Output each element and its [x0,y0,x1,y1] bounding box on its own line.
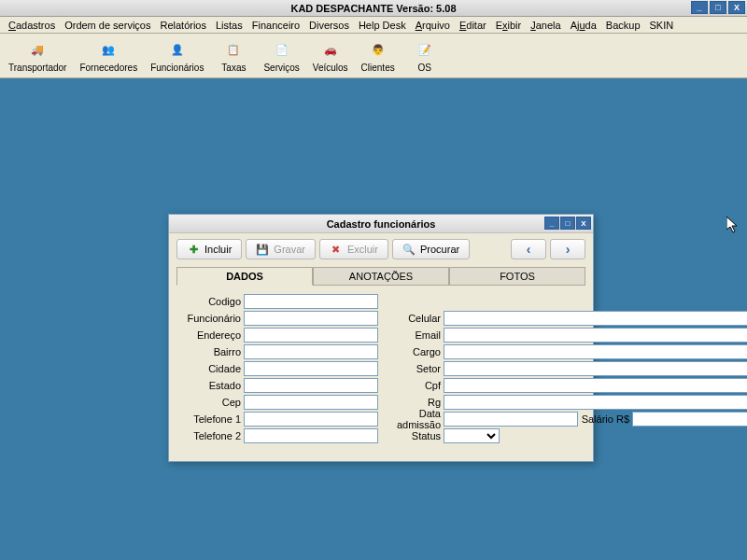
menu-cadastros[interactable]: Cadastros [4,20,60,31]
mdi-desktop: Cadastro funcionários _ □ X ✚Incluir 💾Gr… [0,78,747,560]
os-icon: 📝 [414,38,436,61]
toolbar-funcionarios[interactable]: 👤Funcionários [144,35,210,77]
taxes-icon: 📋 [222,38,245,61]
cidade-field[interactable] [244,361,378,376]
tab-fotos[interactable]: FOTOS [449,267,585,285]
main-toolbar: 🚚Transportador 👥Fornecedores 👤Funcionári… [0,34,747,78]
child-window-controls: _ □ X [544,217,591,230]
label-celular: Celular [378,313,444,324]
label-bairro: Bairro [186,346,244,357]
label-endereco: Endereço [186,329,244,341]
plus-icon: ✚ [187,243,200,256]
next-button[interactable]: › [550,239,585,259]
label-salario: Salário R$ [578,413,632,425]
excluir-button[interactable]: ✖Excluir [319,239,388,259]
menu-exibir[interactable]: Exibir [491,20,527,31]
employees-icon: 👤 [166,38,189,61]
telefone1-field[interactable] [244,412,378,427]
label-setor: Setor [378,363,444,374]
child-titlebar[interactable]: Cadastro funcionários _ □ X [169,215,593,233]
chevron-left-icon: ‹ [527,242,531,257]
child-close-button[interactable]: X [576,217,591,230]
toolbar-veiculos[interactable]: 🚗Veículos [306,35,355,77]
estado-field[interactable] [244,378,378,393]
menu-janela[interactable]: Janela [526,20,565,31]
incluir-button[interactable]: ✚Incluir [176,239,242,259]
minimize-button[interactable]: _ [691,1,708,14]
tab-anotacoes[interactable]: ANOTAÇÕES [313,267,449,285]
setor-field[interactable] [444,361,747,376]
toolbar-clientes[interactable]: 👨Clientes [355,35,402,77]
menu-helpdesk[interactable]: Help Desk [354,20,411,31]
endereco-field[interactable] [244,328,378,343]
vehicles-icon: 🚗 [319,38,342,61]
suppliers-icon: 👥 [97,38,120,61]
dataadmissao-field[interactable] [444,412,578,427]
label-cargo: Cargo [378,346,444,357]
maximize-button[interactable]: □ [710,1,726,14]
menu-ajuda[interactable]: Ajuda [566,20,601,31]
main-window-controls: _ □ X [691,1,745,14]
tab-dados[interactable]: DADOS [176,267,313,286]
truck-icon: 🚚 [26,38,49,61]
tabs: DADOS ANOTAÇÕES FOTOS [169,267,593,285]
menu-arquivo[interactable]: Arquivo [411,20,455,31]
toolbar-os[interactable]: 📝OS [402,35,448,77]
previous-button[interactable]: ‹ [511,239,546,259]
cep-field[interactable] [244,395,378,410]
child-maximize-button[interactable]: □ [560,217,575,230]
celular-field[interactable] [444,311,747,326]
chevron-right-icon: › [566,242,571,257]
menu-relatorios[interactable]: Relatórios [155,20,211,31]
close-button[interactable]: X [728,1,745,14]
bairro-field[interactable] [244,344,378,359]
status-select[interactable] [444,428,500,443]
gravar-button[interactable]: 💾Gravar [246,239,316,259]
services-icon: 📄 [271,38,293,61]
menu-editar[interactable]: Editar [455,20,491,31]
salario-field[interactable] [632,412,747,427]
menu-skin[interactable]: SKIN [645,20,679,31]
child-toolbar: ✚Incluir 💾Gravar ✖Excluir 🔍Procurar ‹ › [169,233,593,265]
cargo-field[interactable] [444,344,747,359]
menu-backup[interactable]: Backup [601,20,645,31]
label-status: Status [378,430,444,441]
label-telefone2: Telefone 2 [186,430,244,441]
child-title: Cadastro funcionários [327,218,436,230]
rg-field[interactable] [444,395,747,410]
label-cidade: Cidade [186,363,244,374]
main-titlebar: KAD DESPACHANTE Versão: 5.08 _ □ X [0,0,747,17]
toolbar-taxas[interactable]: 📋Taxas [210,35,257,77]
label-email: Email [378,329,444,341]
label-funcionario: Funcionário [186,313,244,324]
app-title: KAD DESPACHANTE Versão: 5.08 [290,3,456,14]
delete-icon: ✖ [330,243,343,256]
toolbar-fornecedores[interactable]: 👥Fornecedores [73,35,144,77]
cpf-field[interactable] [444,378,747,393]
toolbar-transportador[interactable]: 🚚Transportador [2,35,73,77]
codigo-field[interactable] [244,294,378,309]
procurar-button[interactable]: 🔍Procurar [392,239,470,259]
save-icon: 💾 [256,243,269,256]
child-window-cadastro-funcionarios: Cadastro funcionários _ □ X ✚Incluir 💾Gr… [168,214,594,462]
label-dataadmissao: Data admissão [378,408,444,430]
label-cep: Cep [186,397,244,408]
email-field[interactable] [444,328,747,343]
toolbar-servicos[interactable]: 📄Serviços [257,35,305,77]
telefone2-field[interactable] [244,428,378,443]
menubar: Cadastros Ordem de serviços Relatórios L… [0,17,747,34]
menu-listas[interactable]: Listas [211,20,247,31]
label-cpf: Cpf [378,380,444,391]
tab-content-dados: Codigo Funcionário Endereço Bairro Cidad… [176,285,585,454]
funcionario-field[interactable] [244,311,378,326]
menu-ordem-servicos[interactable]: Ordem de serviços [60,20,155,31]
label-codigo: Codigo [186,296,244,307]
label-rg: Rg [378,397,444,408]
child-minimize-button[interactable]: _ [544,217,559,230]
menu-diversos[interactable]: Diversos [304,20,354,31]
menu-financeiro[interactable]: Financeiro [247,20,304,31]
clients-icon: 👨 [367,38,389,61]
label-estado: Estado [186,380,244,391]
label-telefone1: Telefone 1 [186,413,244,425]
cursor-icon [726,217,741,235]
